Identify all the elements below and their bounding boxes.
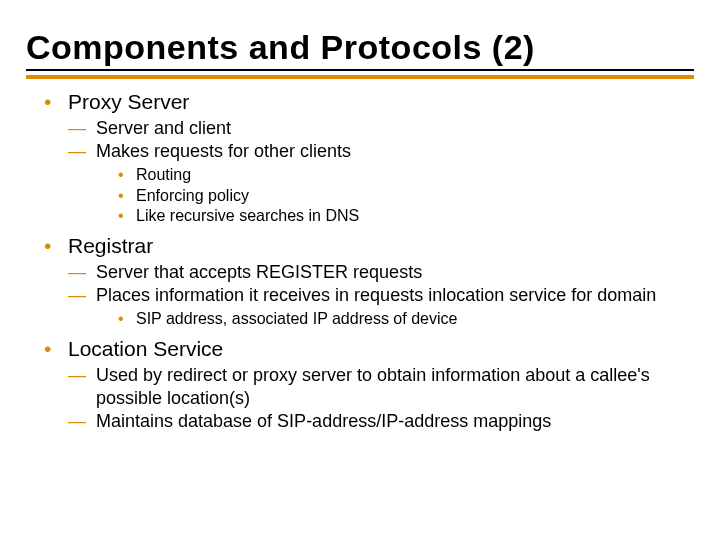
list-item: Enforcing policy [96, 186, 694, 206]
list-item-text: Server and client [96, 118, 231, 138]
section-location-service: Location Service Used by redirect or pro… [26, 336, 694, 433]
list-item: Like recursive searches in DNS [96, 206, 694, 226]
list-item: Makes requests for other clients Routing… [68, 140, 694, 226]
list-item: Server that accepts REGISTER requests [68, 261, 694, 284]
list-item: Maintains database of SIP-address/IP-add… [68, 410, 694, 433]
section-registrar: Registrar Server that accepts REGISTER r… [26, 233, 694, 330]
list-item-text: Places information it receives in reques… [96, 285, 656, 305]
list-item-text: Like recursive searches in DNS [136, 207, 359, 224]
list-item: SIP address, associated IP address of de… [96, 309, 694, 329]
list-item-text: Makes requests for other clients [96, 141, 351, 161]
list-item-text: Used by redirect or proxy server to obta… [96, 365, 650, 408]
sub-list: Used by redirect or proxy server to obta… [68, 364, 694, 433]
section-heading: Proxy Server [68, 90, 189, 113]
list-item: Server and client [68, 117, 694, 140]
list-item-text: Server that accepts REGISTER requests [96, 262, 422, 282]
list-item-text: SIP address, associated IP address of de… [136, 310, 457, 327]
list-item-text: Routing [136, 166, 191, 183]
sub-list: Server that accepts REGISTER requests Pl… [68, 261, 694, 330]
list-item: Routing [96, 165, 694, 185]
list-item: Places information it receives in reques… [68, 284, 694, 330]
list-item-text: Enforcing policy [136, 187, 249, 204]
sub-sub-list: Routing Enforcing policy Like recursive … [96, 165, 694, 226]
list-item: Used by redirect or proxy server to obta… [68, 364, 694, 410]
sub-sub-list: SIP address, associated IP address of de… [96, 309, 694, 329]
slide-title: Components and Protocols (2) [26, 28, 694, 71]
list-item-text: Maintains database of SIP-address/IP-add… [96, 411, 551, 431]
title-underline [26, 75, 694, 79]
slide: Components and Protocols (2) Proxy Serve… [0, 0, 720, 540]
top-list: Proxy Server Server and client Makes req… [26, 89, 694, 433]
section-heading: Location Service [68, 337, 223, 360]
section-proxy-server: Proxy Server Server and client Makes req… [26, 89, 694, 227]
sub-list: Server and client Makes requests for oth… [68, 117, 694, 226]
section-heading: Registrar [68, 234, 153, 257]
